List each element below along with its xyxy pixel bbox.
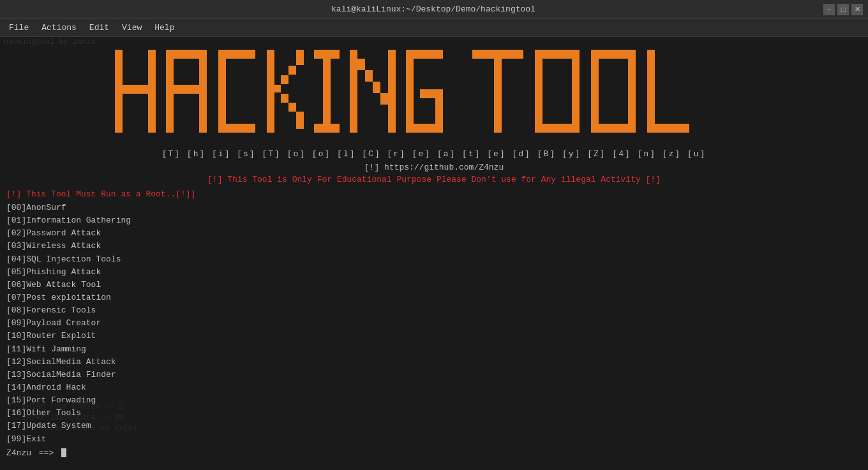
svg-rect-13 — [288, 66, 296, 75]
prompt-username: Z4nzu — [6, 448, 31, 458]
menu-item-08: [08]Forensic Tools — [6, 304, 862, 317]
svg-rect-35 — [535, 50, 542, 133]
svg-rect-44 — [647, 124, 689, 133]
maximize-button[interactable]: □ — [837, 4, 849, 15]
svg-rect-24 — [365, 70, 373, 82]
menu-help[interactable]: Help — [148, 20, 181, 35]
prompt-line[interactable]: Z4nzu ==> — [6, 448, 862, 458]
root-warning: [!] This Tool Must Run as a Root..[!]] — [6, 189, 862, 199]
svg-rect-17 — [288, 103, 296, 112]
menu-actions[interactable]: Actions — [35, 20, 83, 35]
svg-rect-38 — [572, 50, 580, 133]
svg-rect-21 — [314, 124, 340, 133]
svg-rect-14 — [296, 56, 304, 65]
prompt-arrow: ==> — [34, 448, 59, 458]
svg-rect-19 — [314, 50, 340, 59]
svg-rect-33 — [472, 50, 523, 59]
svg-rect-30 — [406, 124, 443, 133]
menu-item-09: [09]Payload Creator — [6, 317, 862, 330]
menu-list: [00]AnonSurf [01]Information Gathering [… — [6, 202, 862, 446]
menu-item-17: [17]Update System — [6, 420, 862, 432]
menu-bar: File Actions Edit View Help — [0, 19, 868, 37]
svg-rect-43 — [647, 50, 655, 133]
menu-item-15: [15]Port Forwading — [6, 394, 862, 407]
window-controls[interactable]: − □ ✕ — [823, 4, 863, 15]
menu-item-02: [02]Password Attack — [6, 227, 862, 240]
hacking-tool-banner: .px { fill: #E87C1E; } — [108, 43, 760, 145]
menu-edit[interactable]: Edit — [83, 20, 116, 35]
svg-rect-4 — [174, 50, 199, 59]
minimize-button[interactable]: − — [823, 4, 835, 15]
svg-rect-11 — [274, 85, 281, 92]
menu-item-07: [07]Post exploitation — [6, 291, 862, 304]
menu-item-01: [01]Information Gathering — [6, 214, 862, 227]
subtitle-line: [T] [h] [i] [s] [T] [o] [o] [l] [C] [r] … — [6, 149, 862, 159]
svg-rect-0 — [115, 50, 123, 133]
svg-rect-18 — [296, 112, 304, 129]
svg-rect-7 — [218, 50, 226, 133]
svg-rect-26 — [380, 93, 388, 105]
svg-rect-12 — [281, 75, 288, 84]
svg-rect-25 — [373, 82, 380, 93]
svg-rect-15 — [296, 50, 304, 57]
terminal-cursor — [61, 448, 66, 457]
menu-item-13: [13]SocialMedia Finder — [6, 369, 862, 381]
menu-item-99: [99]Exit — [6, 433, 862, 446]
menu-item-06: [06]Web Attack Tool — [6, 279, 862, 291]
window-title: kali@kaliLinux:~/Desktop/Demo/hackingtoo… — [43, 4, 823, 14]
menu-item-16: [16]Other Tools — [6, 407, 862, 420]
svg-rect-27 — [388, 50, 396, 133]
svg-rect-22 — [350, 50, 357, 133]
terminal-window[interactable]: hackingtool by z4nzu .px { fill: #E87C1E… — [0, 37, 868, 470]
svg-rect-31 — [435, 89, 443, 124]
svg-rect-34 — [494, 59, 502, 133]
svg-rect-1 — [123, 85, 148, 94]
svg-rect-39 — [591, 50, 599, 133]
menu-item-10: [10]Router Exploit — [6, 330, 862, 342]
menu-view[interactable]: View — [116, 20, 148, 35]
warning-line: [!] This Tool is Only For Educational Pu… — [6, 175, 862, 184]
svg-rect-32 — [420, 89, 435, 98]
menu-item-04: [04]SQL Injection Tools — [6, 253, 862, 266]
banner-container: .px { fill: #E87C1E; } — [6, 43, 862, 145]
svg-rect-23 — [357, 59, 365, 70]
svg-rect-9 — [218, 124, 255, 133]
close-button[interactable]: ✕ — [851, 4, 863, 15]
menu-item-05: [05]Phishing Attack — [6, 266, 862, 279]
svg-rect-6 — [166, 85, 207, 94]
svg-rect-2 — [148, 50, 156, 133]
svg-rect-42 — [628, 50, 636, 133]
menu-file[interactable]: File — [3, 20, 35, 35]
svg-rect-10 — [267, 50, 274, 133]
menu-item-11: [11]Wifi Jamming — [6, 343, 862, 356]
svg-rect-20 — [323, 59, 331, 124]
svg-rect-28 — [406, 50, 414, 133]
title-bar: kali@kaliLinux:~/Desktop/Demo/hackingtoo… — [0, 0, 868, 19]
menu-item-12: [12]SocialMedia Attack — [6, 356, 862, 369]
menu-item-03: [03]Wireless Attack — [6, 240, 862, 253]
svg-rect-29 — [406, 50, 443, 59]
menu-item-14: [14]Android Hack — [6, 381, 862, 394]
menu-item-00: [00]AnonSurf — [6, 202, 862, 214]
svg-rect-16 — [281, 94, 288, 103]
svg-rect-8 — [218, 50, 255, 59]
github-line: [!] https://github.com/Z4nzu — [6, 163, 862, 172]
